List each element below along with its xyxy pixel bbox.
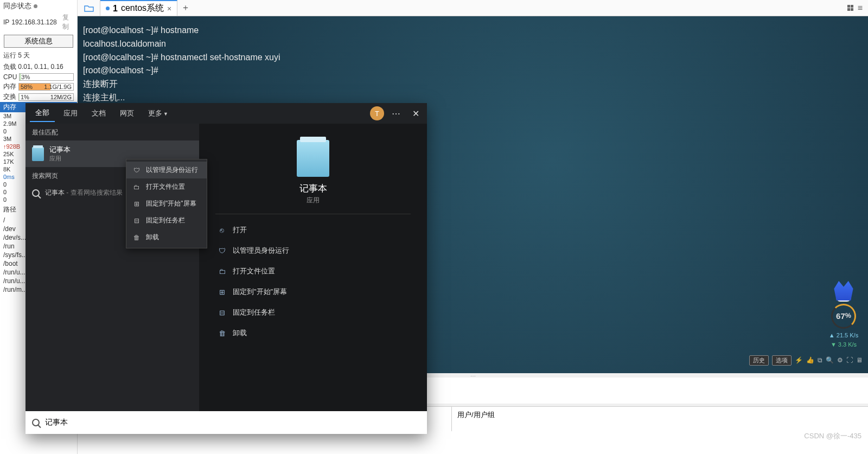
search-icon[interactable]: 🔍: [826, 355, 834, 366]
open-icon: ⎋: [218, 226, 226, 234]
shield-icon: 🛡: [133, 167, 141, 174]
copy-icon[interactable]: ⧉: [818, 355, 822, 366]
action-pin-start[interactable]: ⊞固定到"开始"屏幕: [215, 284, 411, 300]
trash-icon: 🗑: [133, 234, 141, 241]
action-label: 固定到任务栏: [233, 308, 275, 317]
user-avatar[interactable]: T: [370, 106, 384, 120]
search-input-row: [25, 411, 427, 434]
action-uninstall[interactable]: 🗑卸载: [215, 325, 411, 341]
action-run-admin[interactable]: 🛡以管理员身份运行: [215, 242, 411, 259]
windows-search-panel: 全部 应用 文档 网页 更多▼ T ⋯ ✕ 最佳匹配 记事本应用 搜索网页 记事…: [25, 103, 427, 434]
ctx-run-admin[interactable]: 🛡以管理员身份运行: [126, 162, 207, 178]
ctx-label: 固定到"开始"屏幕: [146, 199, 196, 208]
net-download: ▼ 3.3 K/s: [825, 340, 863, 349]
action-pin-taskbar[interactable]: ⊟固定到任务栏: [215, 304, 411, 321]
swap-val: 12M/2G: [50, 94, 72, 100]
terminal-line: [root@localhost ~]# hostnamectl set-host…: [83, 51, 863, 65]
notepad-icon: [32, 147, 44, 161]
search-icon: [32, 189, 40, 197]
terminal-line: [root@localhost ~]# hostname: [83, 24, 863, 37]
cpu-label: CPU: [3, 73, 17, 81]
tab-modified-dot-icon: [106, 7, 110, 10]
action-label: 以管理员身份运行: [233, 246, 289, 255]
context-menu: 🛡以管理员身份运行 🗀打开文件位置 ⊞固定到"开始"屏幕 ⊟固定到任务栏 🗑卸载: [126, 159, 207, 248]
usage-pct: 67: [836, 310, 845, 322]
pin-icon: ⊟: [133, 217, 141, 225]
search-icon: [32, 419, 40, 426]
swap-bar: 1%12M/2G: [18, 93, 74, 101]
cpu-bar: 3%: [19, 73, 74, 81]
uptime-label: 运行 5 天: [0, 50, 77, 61]
detail-subtitle: 应用: [199, 196, 427, 214]
terminal-line: 连接断开: [83, 78, 863, 91]
action-open[interactable]: ⎋打开: [215, 222, 411, 238]
search-detail-panel: 记事本 应用 ⎋打开 🛡以管理员身份运行 🗀打开文件位置 ⊞固定到"开始"屏幕 …: [199, 124, 427, 411]
action-label: 打开: [233, 225, 247, 235]
net-upload: ▲ 21.5 K/s: [825, 331, 863, 340]
ctx-label: 卸载: [146, 233, 159, 242]
swap-pct: 1%: [21, 94, 29, 100]
copy-link[interactable]: 复制: [62, 13, 74, 31]
terminal-line: [root@localhost ~]#: [83, 64, 863, 78]
gear-icon[interactable]: ⚙: [837, 355, 843, 366]
shield-icon: 🛡: [218, 247, 226, 255]
tab-more[interactable]: 更多▼: [143, 105, 174, 122]
tab-web[interactable]: 网页: [114, 105, 139, 122]
tab-bar: 1 centos系统 × ＋ ≡: [78, 0, 868, 16]
mascot-icon: [832, 281, 856, 300]
system-info-button[interactable]: 系统信息: [4, 35, 73, 48]
history-button[interactable]: 历史: [749, 355, 769, 366]
action-label: 打开文件位置: [233, 266, 275, 276]
tab-apps[interactable]: 应用: [58, 105, 83, 122]
ctx-label: 打开文件位置: [146, 182, 185, 191]
thumbs-up-icon[interactable]: 👍: [806, 355, 814, 366]
options-button[interactable]: 选项: [772, 355, 792, 366]
pin-icon: ⊞: [133, 200, 141, 208]
trash-icon: 🗑: [218, 329, 226, 337]
web-term: 记事本: [45, 189, 65, 196]
tab-label: centos系统: [121, 3, 164, 14]
tab-close-icon[interactable]: ×: [167, 4, 171, 13]
folder-icon: 🗀: [133, 183, 141, 191]
tab-all[interactable]: 全部: [30, 105, 55, 122]
net-up: ↑928B: [3, 143, 20, 150]
terminal-footer: 历史 选项 ⚡ 👍 ⧉ 🔍 ⚙ ⛶ 🖥: [749, 355, 863, 366]
add-tab-button[interactable]: ＋: [177, 0, 194, 16]
mem-val: 1.1G/1.9G: [44, 84, 72, 90]
ctx-uninstall[interactable]: 🗑卸载: [126, 229, 207, 246]
swap-label: 交换: [3, 92, 16, 101]
result-title: 记事本: [49, 145, 71, 155]
ctx-pin-start[interactable]: ⊞固定到"开始"屏幕: [126, 195, 207, 212]
folder-icon[interactable]: [78, 0, 100, 16]
ctx-pin-taskbar[interactable]: ⊟固定到任务栏: [126, 212, 207, 229]
grid-view-icon[interactable]: [847, 5, 853, 11]
close-icon[interactable]: ✕: [409, 108, 423, 119]
ctx-label: 以管理员身份运行: [146, 165, 198, 175]
status-dot-icon: [34, 4, 37, 8]
chevron-down-icon: ▼: [163, 111, 168, 117]
ctx-label: 固定到任务栏: [146, 216, 185, 225]
search-tabs: 全部 应用 文档 网页 更多▼ T ⋯ ✕: [25, 103, 427, 124]
bolt-icon[interactable]: ⚡: [795, 355, 803, 366]
action-open-location[interactable]: 🗀打开文件位置: [215, 263, 411, 279]
action-label: 固定到"开始"屏幕: [233, 287, 287, 297]
watermark: CSDN @徐一-435: [804, 431, 861, 441]
menu-icon[interactable]: ≡: [858, 3, 863, 13]
usage-unit: %: [845, 311, 851, 321]
tab-docs[interactable]: 文档: [86, 105, 111, 122]
folder-icon: 🗀: [218, 267, 226, 276]
monitor-icon[interactable]: 🖥: [856, 355, 863, 366]
load-label: 负载 0.01, 0.11, 0.16: [0, 61, 77, 73]
notepad-icon: [297, 140, 329, 177]
expand-icon[interactable]: ⛶: [846, 355, 853, 366]
sync-status-label: 同步状态: [3, 1, 31, 11]
usergroup-label: 用户/用户组: [452, 407, 868, 431]
search-input[interactable]: [45, 418, 420, 427]
tab-centos[interactable]: 1 centos系统 ×: [100, 0, 177, 16]
pin-icon: ⊞: [218, 288, 226, 296]
pin-icon: ⊟: [218, 309, 226, 317]
mem-label: 内存: [3, 82, 16, 91]
network-widget: 67% ▲ 21.5 K/s ▼ 3.3 K/s: [825, 281, 863, 349]
more-icon[interactable]: ⋯: [392, 108, 401, 119]
ctx-open-location[interactable]: 🗀打开文件位置: [126, 178, 207, 195]
